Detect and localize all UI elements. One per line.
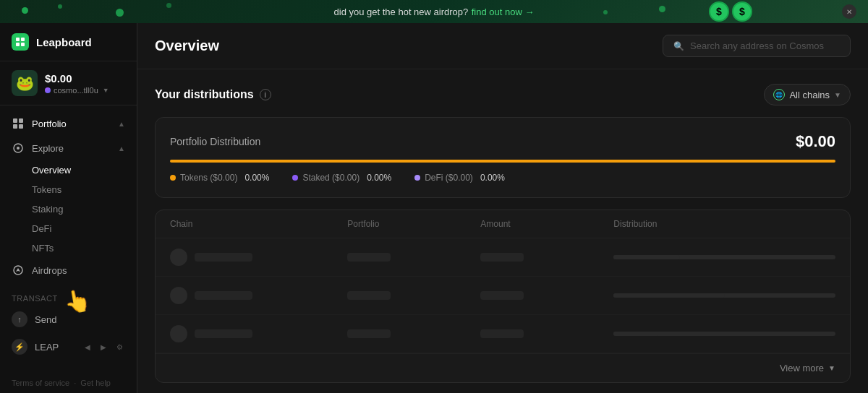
legend-staked: Staked ($0.00) 0.00% (292, 173, 391, 183)
th-amount: Amount (480, 219, 613, 229)
sidebar-item-defi[interactable]: DeFi (0, 219, 137, 238)
svg-rect-6 (13, 124, 17, 129)
dist-bar-3 (613, 332, 835, 336)
chain-dot-3 (170, 325, 187, 342)
banner-text: did you get the hot new airdrop? (334, 7, 469, 17)
addr-text: cosmo...tll0u (54, 86, 98, 95)
table-row (156, 277, 850, 315)
svg-point-9 (17, 147, 20, 150)
section-title-group: Your distributions i (155, 88, 271, 101)
sidebar-item-nfts[interactable]: NFTs (0, 238, 137, 258)
sidebar-item-overview[interactable]: Overview (0, 160, 137, 180)
chain-dot-1 (170, 249, 187, 266)
sidebar-item-airdrops[interactable]: Airdrops (0, 258, 137, 282)
table-row (156, 238, 850, 277)
help-link[interactable]: Get help (80, 379, 111, 387)
dist-bar-2 (613, 293, 835, 298)
svg-rect-4 (13, 118, 17, 123)
sidebar-item-portfolio[interactable]: Portfolio ▲ (0, 111, 137, 136)
leap-controls: ◀ ▶ ⚙ (82, 341, 125, 353)
sidebar-item-send[interactable]: ↑ Send (0, 306, 137, 333)
coin-icon-1: $ (709, 1, 729, 22)
defi-legend-label: DeFi ($0.00) (425, 173, 473, 183)
chain-skeleton-3 (195, 329, 252, 338)
dist-header: Portfolio Distribution $0.00 (170, 132, 835, 151)
portfolio-skeleton-3 (347, 329, 391, 338)
view-more-chevron-icon: ▼ (828, 364, 835, 372)
chain-cell-1 (170, 249, 347, 266)
staked-legend-label: Staked ($0.00) (302, 173, 359, 183)
svg-rect-5 (19, 118, 23, 123)
chains-label: All chains (789, 90, 830, 100)
portfolio-label: Portfolio (32, 118, 111, 129)
avatar: 🐸 (12, 70, 38, 96)
sidebar-footer: Terms of service · Get help (0, 373, 137, 393)
svg-rect-7 (19, 124, 23, 129)
leap-settings-button[interactable]: ⚙ (114, 341, 125, 353)
svg-rect-0 (16, 38, 20, 41)
view-more-button[interactable]: View more ▼ (156, 353, 850, 382)
close-banner-button[interactable]: ✕ (842, 4, 856, 19)
dist-fill-3 (613, 332, 658, 336)
portfolio-distribution-card: Portfolio Distribution $0.00 Tokens ($0.… (155, 117, 851, 198)
content-header: Overview 🔍 Search any address on Cosmos (137, 23, 868, 69)
leap-icon: ⚡ (12, 339, 27, 355)
th-portfolio: Portfolio (347, 219, 480, 229)
amount-skeleton-2 (480, 291, 524, 300)
coin-icon-2: $ (732, 1, 752, 22)
chain-cell-3 (170, 325, 347, 342)
chains-filter-button[interactable]: 🌐 All chains ▼ (764, 84, 851, 105)
chains-table: Chain Portfolio Amount Distribution (155, 210, 851, 383)
search-bar[interactable]: 🔍 Search any address on Cosmos (663, 35, 851, 57)
amount-skeleton-1 (480, 253, 524, 262)
legend-defi: DeFi ($0.00) 0.00% (414, 173, 505, 183)
dist-total: $0.00 (796, 132, 835, 151)
tokens-legend-label: Tokens ($0.00) (180, 173, 237, 183)
dist-legend: Tokens ($0.00) 0.00% Staked ($0.00) 0.00… (170, 173, 835, 183)
banner-icons: $ $ (709, 1, 752, 22)
dist-fill-2 (613, 293, 724, 298)
main-content: Overview 🔍 Search any address on Cosmos … (137, 23, 868, 393)
distributions-header: Your distributions i 🌐 All chains ▼ (155, 84, 851, 105)
portfolio-icon (12, 117, 25, 130)
tokens-label: Tokens (32, 184, 61, 195)
send-label: Send (35, 314, 56, 325)
staked-dot (292, 175, 298, 181)
th-distribution: Distribution (613, 219, 835, 229)
sidebar-item-tokens[interactable]: Tokens (0, 180, 137, 199)
info-icon[interactable]: i (260, 89, 271, 100)
banner-link[interactable]: find out now → (472, 7, 535, 17)
user-info: $0.00 cosmo...tll0u ▼ (45, 72, 125, 95)
leap-label: LEAP (35, 342, 59, 353)
sidebar-item-explore[interactable]: Explore ▲ (0, 136, 137, 160)
th-chain: Chain (170, 219, 347, 229)
chain-dot-2 (170, 287, 187, 304)
sidebar-logo[interactable]: Leapboard (0, 23, 137, 61)
overview-label: Overview (32, 165, 71, 176)
airdrops-icon (12, 264, 25, 277)
page-title: Overview (155, 38, 219, 54)
legend-tokens: Tokens ($0.00) 0.00% (170, 173, 269, 183)
top-banner: did you get the hot new airdrop? find ou… (0, 0, 868, 23)
leap-prev-button[interactable]: ◀ (82, 341, 93, 353)
defi-label: DeFi (32, 223, 51, 234)
sidebar-item-staking[interactable]: Staking (0, 199, 137, 219)
nav-section: Portfolio ▲ Explore ▲ Overview Tokens (0, 105, 137, 288)
search-placeholder: Search any address on Cosmos (690, 40, 824, 51)
user-address-row[interactable]: cosmo...tll0u ▼ (45, 86, 125, 95)
portfolio-chevron-icon: ▲ (118, 120, 125, 128)
svg-rect-3 (21, 43, 25, 46)
tokens-pct: 0.00% (244, 173, 269, 183)
logo-label: Leapboard (36, 36, 92, 48)
leap-next-button[interactable]: ▶ (98, 341, 109, 353)
nfts-label: NFTs (32, 243, 54, 254)
dist-bar (170, 160, 835, 163)
sidebar-item-leap[interactable]: ⚡ LEAP ◀ ▶ ⚙ (0, 333, 137, 360)
globe-icon: 🌐 (773, 89, 785, 100)
explore-chevron-icon: ▲ (118, 144, 125, 152)
svg-rect-2 (16, 43, 20, 46)
defi-dot (414, 175, 420, 181)
sidebar: Leapboard 🐸 $0.00 cosmo...tll0u ▼ (0, 23, 137, 393)
terms-link[interactable]: Terms of service (12, 379, 69, 387)
chain-skeleton-2 (195, 291, 252, 300)
